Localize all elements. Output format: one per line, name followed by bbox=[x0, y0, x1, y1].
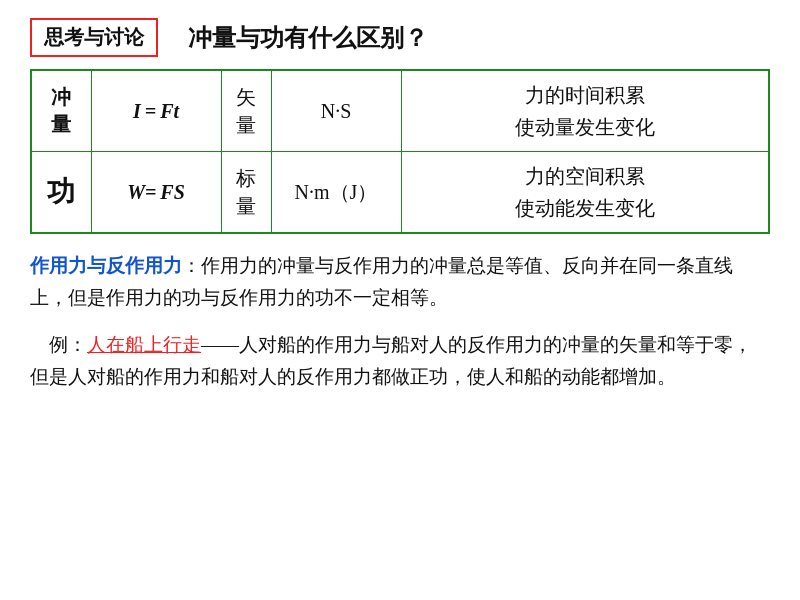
work-desc: 力的空间积累使动能发生变化 bbox=[401, 152, 769, 234]
impulse-unit: N·S bbox=[271, 70, 401, 152]
impulse-type: 矢量 bbox=[221, 70, 271, 152]
body-text-section: 作用力与反作用力：作用力的冲量与反作用力的冲量总是等值、反向并在同一条直线上，但… bbox=[30, 250, 770, 315]
header-section: 思考与讨论 冲量与功有什么区别？ bbox=[30, 18, 770, 57]
impulse-formula: I = Ft bbox=[91, 70, 221, 152]
table-row-work: 功 W= FS 标量 N·m（J） 力的空间积累使动能发生变化 bbox=[31, 152, 769, 234]
work-formula: W= FS bbox=[91, 152, 221, 234]
example-red-text: 人在船上行走 bbox=[87, 334, 201, 355]
work-unit: N·m（J） bbox=[271, 152, 401, 234]
example-section: 例：人在船上行走——人对船的作用力与船对人的反作用力的冲量的矢量和等于零，但是人… bbox=[30, 329, 770, 394]
blue-label: 作用力与反作用力 bbox=[30, 255, 182, 276]
think-box: 思考与讨论 bbox=[30, 18, 158, 57]
comparison-table: 冲量 I = Ft 矢量 N·S 力的时间积累使动量发生变化 功 W= FS 标… bbox=[30, 69, 770, 234]
work-type: 标量 bbox=[221, 152, 271, 234]
example-label: 例： bbox=[30, 334, 87, 355]
work-name: 功 bbox=[31, 152, 91, 234]
impulse-desc: 力的时间积累使动量发生变化 bbox=[401, 70, 769, 152]
main-question: 冲量与功有什么区别？ bbox=[188, 22, 428, 54]
impulse-name: 冲量 bbox=[31, 70, 91, 152]
table-row-impulse: 冲量 I = Ft 矢量 N·S 力的时间积累使动量发生变化 bbox=[31, 70, 769, 152]
